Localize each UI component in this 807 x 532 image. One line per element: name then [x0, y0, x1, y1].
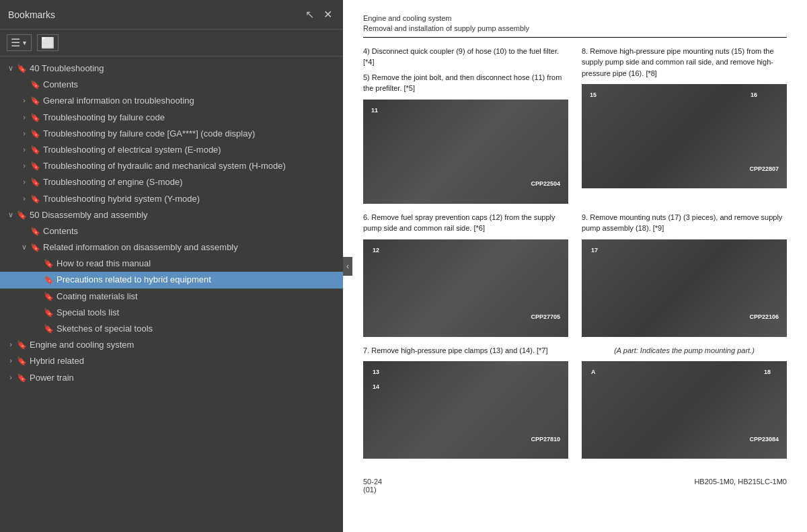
cursor: ↖ — [305, 8, 314, 21]
tree-label-ts-failure: Troubleshooting by failure code — [43, 112, 343, 124]
tree-item-da-powertrain[interactable]: › 🔖 Power train — [0, 370, 343, 386]
tree-label-ts-electrical: Troubleshooting of electrical system (E-… — [43, 144, 343, 156]
expand-arrow-da-powertrain: › — [5, 373, 16, 381]
doc-top-columns: 4) Disconnect quick coupler (9) of hose … — [363, 46, 787, 204]
dropdown-arrow: ▼ — [22, 40, 28, 46]
bookmarks-panel: Bookmarks ↖ ✕ ☰ ▼ ⬜ ∨ 🔖 40 Troubleshooti… — [0, 0, 343, 532]
tree-label-ts-general: General information on troubleshooting — [43, 95, 343, 107]
tree-item-ts-engine[interactable]: › 🔖 Troubleshooting of engine (S-mode) — [0, 174, 343, 190]
expand-arrow-ts-engine: › — [19, 178, 30, 186]
tree-item-da-related[interactable]: ∨ 🔖 Related information on disassembly a… — [0, 239, 343, 256]
tree-label-da-sketches: Sketches of special tools — [56, 323, 343, 335]
document-panel: Engine and cooling system Removal and in… — [343, 0, 807, 532]
bookmark-icon-troubleshooting: 🔖 — [16, 64, 27, 73]
img5-num-13: 13 — [370, 367, 382, 379]
tree-item-ts-failure[interactable]: › 🔖 Troubleshooting by failure code — [0, 110, 343, 126]
doc-header: Engine and cooling system Removal and in… — [363, 13, 787, 34]
tree-label-ts-engine: Troubleshooting of engine (S-mode) — [43, 176, 343, 188]
tree-label-da-how-to-read: How to read this manual — [56, 258, 343, 270]
doc-divider — [363, 37, 787, 38]
img6-num-a: A — [588, 367, 599, 379]
tree-item-da-sketches[interactable]: 🔖 Sketches of special tools — [0, 321, 343, 337]
bookmark-icon-da-how-to-read: 🔖 — [43, 259, 54, 268]
doc-col-mid-right: 9. Remove mounting nuts (17) (3 pieces),… — [582, 212, 787, 337]
document-content: Engine and cooling system Removal and in… — [343, 0, 807, 532]
engine-image-3: 12 CPP27705 — [363, 239, 568, 337]
tree-label-ts-contents: Contents — [43, 79, 343, 91]
tree-label-da-related: Related information on disassembly and a… — [43, 241, 343, 254]
tree-item-ts-failure-ga[interactable]: › 🔖 Troubleshooting by failure code [GA*… — [0, 126, 343, 142]
bookmark-icon-da-powertrain: 🔖 — [16, 373, 27, 383]
expand-arrow-ts-general: › — [19, 96, 30, 104]
collapse-panel-button[interactable]: ‹ — [343, 257, 352, 276]
bookmark-icon: ⬜ — [41, 36, 54, 49]
close-button[interactable]: ✕ — [321, 8, 335, 22]
engine-image-1: 11 CPP22504 — [363, 100, 568, 204]
tree-item-ts-electrical[interactable]: › 🔖 Troubleshooting of electrical system… — [0, 142, 343, 158]
tree-label-da-powertrain: Power train — [30, 372, 343, 384]
tree-label-ts-hybrid: Troubleshooting hybrid system (Y-mode) — [43, 193, 343, 205]
step5-text: 5) Remove the joint bolt, and then disco… — [363, 72, 568, 94]
step7-text: 7. Remove high-pressure pipe clamps (13)… — [363, 345, 568, 356]
bookmark-icon-ts-hybrid: 🔖 — [30, 194, 40, 204]
expand-arrow-troubleshooting: ∨ — [5, 64, 16, 73]
doc-col-mid-left: 6. Remove fuel spray prevention caps (12… — [363, 212, 568, 337]
tree-item-da-engine[interactable]: › 🔖 Engine and cooling system — [0, 337, 343, 353]
tree-item-da-precautions[interactable]: 🔖 Precautions related to hybrid equipmen… — [0, 272, 343, 288]
caption-a: (A part: Indicates the pump mounting par… — [582, 345, 787, 356]
bookmark-button[interactable]: ⬜ — [37, 34, 59, 51]
step6-text: 6. Remove fuel spray prevention caps (12… — [363, 212, 568, 234]
doc-mid-columns: 6. Remove fuel spray prevention caps (12… — [363, 212, 787, 337]
expand-arrow-ts-failure: › — [19, 113, 30, 121]
list-view-button[interactable]: ☰ ▼ — [7, 34, 32, 51]
img5-num-14: 14 — [370, 381, 382, 393]
tree-item-da-coating[interactable]: 🔖 Coating materials list — [0, 289, 343, 305]
tree-item-ts-contents[interactable]: 🔖 Contents — [0, 77, 343, 93]
step8-text: 8. Remove high-pressure pipe mounting nu… — [582, 46, 787, 79]
bookmark-icon-da-sketches: 🔖 — [43, 324, 54, 334]
doc-bottom-columns: 7. Remove high-pressure pipe clamps (13)… — [363, 345, 787, 459]
bookmark-icon-ts-electrical: 🔖 — [30, 145, 40, 155]
tree-item-ts-hybrid[interactable]: › 🔖 Troubleshooting hybrid system (Y-mod… — [0, 191, 343, 207]
footer-left: 50-24 (01) — [363, 478, 382, 494]
bookmark-icon-ts-failure: 🔖 — [30, 113, 40, 122]
img5-label: CPP27810 — [528, 434, 563, 446]
tree-item-ts-general[interactable]: › 🔖 General information on troubleshooti… — [0, 93, 343, 109]
bookmark-icon-ts-failure-ga: 🔖 — [30, 129, 40, 139]
img1-num-11: 11 — [369, 105, 381, 117]
tree-label-da-precautions: Precautions related to hybrid equipment — [56, 274, 343, 286]
img6-num-18: 18 — [761, 367, 773, 379]
doc-header-line2: Removal and installation of supply pump … — [363, 24, 787, 34]
doc-col-right: 8. Remove high-pressure pipe mounting nu… — [582, 46, 787, 204]
expand-arrow-ts-hydraulic: › — [19, 161, 30, 169]
tree-item-da-contents[interactable]: 🔖 Contents — [0, 223, 343, 239]
expand-arrow-da-hybrid: › — [5, 356, 16, 365]
tree-item-disassembly[interactable]: ∨ 🔖 50 Disassembly and assembly — [0, 207, 343, 223]
img4-num-17: 17 — [588, 245, 601, 257]
tree-label-da-engine: Engine and cooling system — [30, 339, 343, 351]
tree-item-troubleshooting[interactable]: ∨ 🔖 40 Troubleshooting — [0, 61, 343, 77]
bookmark-icon-da-related: 🔖 — [30, 243, 40, 252]
tree-label-disassembly: 50 Disassembly and assembly — [30, 209, 343, 221]
doc-col-bot-right: (A part: Indicates the pump mounting par… — [582, 345, 787, 459]
engine-image-6: A 18 CPP23084 — [582, 361, 787, 459]
doc-header-line1: Engine and cooling system — [363, 13, 787, 24]
bookmark-icon-da-precautions: 🔖 — [43, 275, 54, 284]
tree-label-da-hybrid: Hybrid related — [30, 355, 343, 367]
bookmark-icon-da-contents: 🔖 — [30, 227, 40, 236]
bookmark-icon-da-hybrid: 🔖 — [16, 356, 27, 366]
expand-arrow-da-related: ∨ — [19, 243, 30, 252]
bookmark-icon-da-coating: 🔖 — [43, 292, 54, 301]
list-icon: ☰ — [11, 36, 20, 49]
expand-arrow-da-engine: › — [5, 340, 16, 348]
bookmark-icon-da-engine: 🔖 — [16, 340, 27, 350]
step4-text: 4) Disconnect quick coupler (9) of hose … — [363, 46, 568, 68]
tree-item-da-hybrid[interactable]: › 🔖 Hybrid related — [0, 353, 343, 369]
bookmarks-header: Bookmarks ↖ ✕ — [0, 0, 343, 30]
bookmarks-list[interactable]: ∨ 🔖 40 Troubleshooting 🔖 Contents › 🔖 Ge… — [0, 56, 343, 532]
tree-item-da-how-to-read[interactable]: 🔖 How to read this manual — [0, 256, 343, 272]
tree-item-da-special-tools[interactable]: 🔖 Special tools list — [0, 305, 343, 321]
tree-item-ts-hydraulic[interactable]: › 🔖 Troubleshooting of hydraulic and mec… — [0, 158, 343, 174]
bookmark-icon-ts-general: 🔖 — [30, 96, 40, 106]
engine-image-2: 15 16 CPP22807 — [582, 84, 787, 188]
